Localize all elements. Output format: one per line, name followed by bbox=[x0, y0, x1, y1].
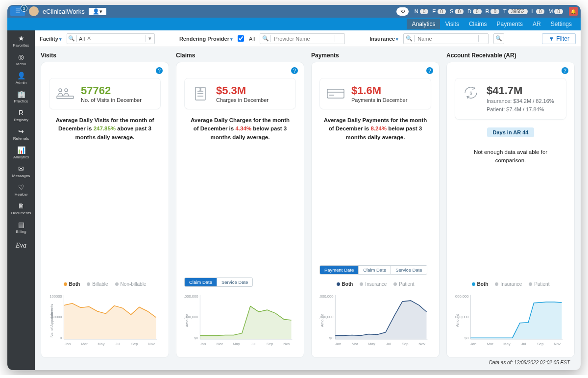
menu-toggle-button[interactable]: ☰ bbox=[10, 6, 25, 16]
notif-D[interactable]: D0 bbox=[467, 8, 482, 14]
notif-T[interactable]: T39552 bbox=[503, 8, 528, 14]
svg-text:50000: 50000 bbox=[51, 315, 62, 319]
claims-card: ? $ $5.3M Charges in December bbox=[176, 62, 304, 358]
days-in-ar-pill: Days in AR 44 bbox=[487, 127, 535, 137]
legend-insurance[interactable]: Insurance bbox=[360, 281, 387, 287]
provider-all-label: All bbox=[249, 36, 255, 42]
navtab-analytics[interactable]: Analytics bbox=[407, 19, 440, 29]
alert-bell-icon[interactable]: 🔔 bbox=[569, 7, 578, 16]
visits-title: Visits bbox=[41, 52, 169, 59]
insurance-label[interactable]: Insurance bbox=[369, 36, 398, 42]
ar-nodata: Not enough data available for comparison… bbox=[455, 148, 566, 165]
tab-service-date[interactable]: Service Date bbox=[217, 278, 252, 286]
navtab-visits[interactable]: Visits bbox=[440, 19, 464, 29]
tab-service-date[interactable]: Service Date bbox=[391, 266, 426, 274]
notif-N[interactable]: N0 bbox=[415, 8, 429, 14]
referrals-icon: ↪ bbox=[18, 127, 24, 135]
navtab-settings[interactable]: Settings bbox=[546, 19, 577, 29]
svg-text:$0: $0 bbox=[465, 336, 468, 340]
sidebar: ★Favorites◎Menu👤Admin🏢PracticeRRegistry↪… bbox=[7, 30, 35, 370]
svg-text:Sep: Sep bbox=[131, 342, 138, 346]
messages-icon: ✉ bbox=[18, 165, 24, 173]
sidebar-registry[interactable]: RRegistry bbox=[7, 106, 35, 125]
sidebar-billing[interactable]: ▤Billing bbox=[7, 218, 35, 236]
sidebar-healow[interactable]: ♡Healow bbox=[7, 180, 35, 199]
search-icon: 🔍 bbox=[260, 35, 271, 42]
svg-text:$40,000,000: $40,000,000 bbox=[184, 294, 198, 299]
sidebar-analytics[interactable]: 📊Analytics bbox=[7, 143, 35, 162]
claims-kpi: $ $5.3M Charges in December bbox=[184, 78, 296, 109]
invoice-icon: $ bbox=[191, 85, 210, 102]
avatar[interactable] bbox=[29, 6, 39, 16]
provider-all-checkbox[interactable] bbox=[238, 35, 244, 42]
legend-billable[interactable]: Billable bbox=[87, 281, 108, 287]
sidebar-menu[interactable]: ◎Menu bbox=[7, 50, 35, 69]
svg-text:$: $ bbox=[199, 87, 202, 92]
payments-chart: Amount $10,000,000 $5,000,000 $0 JanMarM… bbox=[319, 289, 431, 353]
search-button[interactable]: 🔍 bbox=[493, 33, 504, 44]
navtab-payments[interactable]: Payments bbox=[492, 19, 528, 29]
sidebar-admin[interactable]: 👤Admin bbox=[7, 69, 35, 87]
legend-both[interactable]: Both bbox=[337, 281, 353, 287]
notif-E[interactable]: E0 bbox=[432, 8, 446, 14]
insurance-name-field[interactable] bbox=[415, 34, 478, 44]
svg-text:Jan: Jan bbox=[65, 342, 71, 346]
legend-patient[interactable]: Patient bbox=[529, 281, 549, 287]
sidebar-referrals[interactable]: ↪Referrals bbox=[7, 125, 35, 143]
svg-text:Nov: Nov bbox=[283, 342, 290, 346]
notif-M[interactable]: M0 bbox=[548, 8, 563, 14]
more-icon[interactable]: ⋯ bbox=[335, 35, 344, 42]
claims-sub: Charges in December bbox=[216, 97, 269, 103]
legend-nonbillable[interactable]: Non-billable bbox=[115, 281, 147, 287]
registry-icon: R bbox=[19, 109, 24, 117]
legend-both[interactable]: Both bbox=[64, 281, 80, 287]
navtab-claims[interactable]: Claims bbox=[464, 19, 492, 29]
navtab-ar[interactable]: AR bbox=[528, 19, 546, 29]
sidebar-documents[interactable]: 🗎Documents bbox=[7, 199, 35, 218]
notif-L[interactable]: L0 bbox=[532, 8, 545, 14]
svg-point-1 bbox=[65, 89, 68, 92]
notif-S[interactable]: S0 bbox=[450, 8, 464, 14]
sidebar-eva[interactable]: Eva bbox=[7, 236, 35, 255]
tab-claim-date[interactable]: Claim Date bbox=[185, 278, 217, 286]
help-icon[interactable]: ? bbox=[426, 67, 433, 74]
visits-sub: No. of Visits in December bbox=[81, 97, 142, 103]
legend-insurance[interactable]: Insurance bbox=[495, 281, 522, 287]
clear-chip-icon[interactable]: ✕ bbox=[87, 35, 91, 42]
svg-text:$5,000,000: $5,000,000 bbox=[319, 315, 334, 319]
legend-both[interactable]: Both bbox=[472, 281, 489, 287]
svg-text:Jul: Jul bbox=[521, 342, 526, 346]
sync-button[interactable]: ⟲ bbox=[396, 7, 409, 16]
user-dropdown[interactable]: 👤▾ bbox=[89, 8, 106, 15]
sidebar-favorites[interactable]: ★Favorites bbox=[7, 31, 35, 50]
insurance-input[interactable]: 🔍 ⋯ bbox=[403, 33, 489, 44]
provider-name-field[interactable] bbox=[271, 34, 335, 44]
help-icon[interactable]: ? bbox=[291, 67, 298, 74]
sidebar-practice[interactable]: 🏢Practice bbox=[7, 87, 35, 106]
billing-icon: ▤ bbox=[18, 221, 24, 228]
facility-input[interactable]: 🔍 All ✕ ▾ bbox=[67, 33, 155, 44]
payments-kpi: $1.6M Payments in December bbox=[319, 78, 431, 109]
provider-label[interactable]: Rendering Provider bbox=[179, 36, 233, 42]
payments-column: Payments ? $1.6M Payments in December bbox=[311, 52, 440, 358]
favorites-icon: ★ bbox=[18, 34, 24, 42]
tab-payment-date[interactable]: Payment Date bbox=[320, 266, 359, 274]
chevron-down-icon[interactable]: ▾ bbox=[146, 35, 154, 42]
legend-patient[interactable]: Patient bbox=[393, 281, 414, 287]
sidebar-messages[interactable]: ✉Messages bbox=[7, 162, 35, 180]
ar-column: Account Receivable (AR) ? $ $41.7M Insur… bbox=[446, 52, 575, 358]
help-icon[interactable]: ? bbox=[562, 67, 568, 74]
notif-R[interactable]: R0 bbox=[486, 8, 500, 14]
provider-input[interactable]: 🔍 ⋯ bbox=[260, 33, 345, 44]
help-icon[interactable]: ? bbox=[156, 67, 163, 74]
facility-label[interactable]: Facility bbox=[40, 36, 62, 42]
svg-text:Sep: Sep bbox=[402, 342, 409, 346]
cycle-dollar-icon: $ bbox=[461, 84, 481, 101]
more-icon[interactable]: ⋯ bbox=[478, 35, 488, 42]
ar-value: $41.7M bbox=[487, 84, 554, 97]
filter-button[interactable]: ▼ Filter bbox=[542, 33, 576, 44]
svg-text:$0: $0 bbox=[329, 336, 333, 340]
tab-claim-date[interactable]: Claim Date bbox=[359, 266, 391, 274]
svg-text:Sep: Sep bbox=[267, 342, 273, 346]
svg-text:Jul: Jul bbox=[386, 342, 391, 346]
